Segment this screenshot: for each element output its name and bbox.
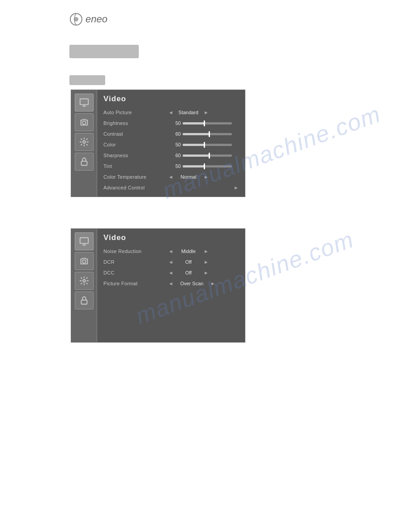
- picture-format-arrow-left[interactable]: ◄: [168, 281, 173, 286]
- camera-icon-2: [79, 256, 89, 266]
- tint-slider[interactable]: [183, 165, 232, 167]
- dcr-arrow-right[interactable]: ►: [204, 259, 209, 265]
- lock-icon: [79, 157, 89, 167]
- menu-row-sharpness: Sharpness 60: [103, 150, 239, 161]
- menu-row-contrast: Contrast 60: [103, 129, 239, 139]
- dcc-arrow-left[interactable]: ◄: [168, 270, 173, 275]
- settings-icon-2: [79, 276, 89, 286]
- sidebar-icon-lock-2[interactable]: [75, 292, 94, 309]
- brightness-slider[interactable]: [183, 122, 232, 124]
- menu-row-tint: Tint 50: [103, 161, 239, 172]
- top-bar-narrow: [69, 75, 105, 85]
- dcc-arrow-right[interactable]: ►: [204, 270, 209, 275]
- svg-rect-7: [81, 161, 87, 165]
- osd-menu-2-content: Video Noise Reduction ◄ Middle ► DCR ◄ O…: [97, 229, 245, 342]
- logo-area: eneo: [69, 13, 107, 26]
- menu-row-color-temperature: Color Temperature ◄ Normal ►: [103, 172, 239, 182]
- dcc-label: DCC: [103, 270, 168, 275]
- sidebar-icon-settings-2[interactable]: [75, 272, 94, 290]
- auto-picture-value: Standard: [175, 110, 202, 115]
- auto-picture-arrow-left[interactable]: ◄: [168, 110, 173, 115]
- menu-row-advanced-control[interactable]: Advanced Control ►: [103, 182, 239, 193]
- color-temp-arrow-left[interactable]: ◄: [168, 174, 173, 180]
- tint-label: Tint: [103, 163, 168, 169]
- color-fill: [183, 144, 205, 146]
- sharpness-thumb: [209, 153, 210, 159]
- noise-reduction-arrow-right[interactable]: ►: [204, 249, 209, 254]
- osd-menu-1-content: Video Auto Picture ◄ Standard ► Brightne…: [97, 90, 245, 197]
- sidebar-icon-camera[interactable]: [75, 113, 94, 131]
- brightness-num: 50: [168, 120, 181, 126]
- dcr-label: DCR: [103, 259, 168, 265]
- sharpness-label: Sharpness: [103, 153, 168, 158]
- picture-format-arrow-right[interactable]: ►: [210, 281, 215, 286]
- svg-point-6: [83, 141, 86, 143]
- monitor-icon-2: [79, 236, 89, 246]
- dcr-value: Off: [175, 259, 202, 265]
- dcr-value-area: ◄ Off ►: [168, 259, 209, 265]
- color-label: Color: [103, 142, 168, 147]
- sidebar-icon-monitor[interactable]: [75, 94, 94, 112]
- menu-row-dcc: DCC ◄ Off ►: [103, 267, 239, 278]
- sidebar-icon-settings[interactable]: [75, 133, 94, 151]
- auto-picture-arrow-right[interactable]: ►: [204, 110, 209, 115]
- sidebar-icon-camera-2[interactable]: [75, 252, 94, 270]
- menu-row-color: Color 50: [103, 139, 239, 150]
- camera-icon: [79, 117, 89, 127]
- osd-menu-1-title: Video: [103, 94, 239, 103]
- picture-format-label: Picture Format: [103, 281, 168, 286]
- eneo-logo-icon: [69, 13, 83, 26]
- svg-rect-8: [80, 238, 88, 244]
- sharpness-num: 60: [168, 153, 181, 158]
- contrast-value-area: 60: [168, 131, 232, 137]
- svg-point-5: [82, 121, 86, 124]
- color-num: 50: [168, 142, 181, 147]
- sidebar-icon-lock[interactable]: [75, 153, 94, 171]
- advanced-control-arrow-right: ►: [234, 185, 239, 190]
- osd-menu-2-title: Video: [103, 233, 239, 242]
- brightness-thumb: [204, 120, 205, 126]
- top-bar-wide: [69, 45, 139, 58]
- picture-format-value: Over Scan: [175, 281, 209, 286]
- brightness-label: Brightness: [103, 120, 168, 126]
- auto-picture-label: Auto Picture: [103, 110, 168, 115]
- color-thumb: [204, 142, 205, 148]
- sharpness-fill: [183, 154, 210, 157]
- settings-icon: [79, 137, 89, 147]
- logo-text: eneo: [86, 13, 107, 25]
- contrast-fill: [183, 133, 210, 135]
- noise-reduction-arrow-left[interactable]: ◄: [168, 249, 173, 254]
- tint-num: 50: [168, 163, 181, 169]
- dcc-value: Off: [175, 270, 202, 275]
- color-temp-arrow-right[interactable]: ►: [204, 174, 209, 180]
- sidebar-icon-monitor-2[interactable]: [75, 232, 94, 250]
- svg-rect-13: [81, 300, 87, 304]
- monitor-icon: [79, 98, 89, 107]
- osd-sidebar-2: [71, 229, 97, 342]
- tint-value-area: 50: [168, 163, 232, 169]
- lock-icon-2: [79, 296, 89, 305]
- sharpness-slider[interactable]: [183, 154, 232, 157]
- color-temperature-value: Normal: [175, 174, 202, 180]
- svg-rect-2: [80, 99, 88, 105]
- menu-row-picture-format: Picture Format ◄ Over Scan ►: [103, 278, 239, 289]
- noise-reduction-value: Middle: [175, 249, 202, 254]
- color-slider[interactable]: [183, 144, 232, 146]
- menu-row-brightness: Brightness 50: [103, 118, 239, 129]
- picture-format-value-area: ◄ Over Scan ►: [168, 281, 215, 286]
- dcc-value-area: ◄ Off ►: [168, 270, 209, 275]
- contrast-num: 60: [168, 131, 181, 137]
- osd-sidebar-1: [71, 90, 97, 197]
- osd-menu-2: Video Noise Reduction ◄ Middle ► DCR ◄ O…: [71, 228, 245, 343]
- tint-thumb: [204, 163, 205, 169]
- svg-point-12: [83, 279, 86, 282]
- advanced-control-label: Advanced Control: [103, 185, 168, 190]
- menu-row-auto-picture: Auto Picture ◄ Standard ►: [103, 107, 239, 118]
- dcr-arrow-left[interactable]: ◄: [168, 259, 173, 265]
- contrast-label: Contrast: [103, 131, 168, 137]
- auto-picture-value-area: ◄ Standard ►: [168, 110, 209, 115]
- sharpness-value-area: 60: [168, 153, 232, 158]
- contrast-slider[interactable]: [183, 133, 232, 135]
- color-value-area: 50: [168, 142, 232, 147]
- svg-point-11: [82, 260, 86, 263]
